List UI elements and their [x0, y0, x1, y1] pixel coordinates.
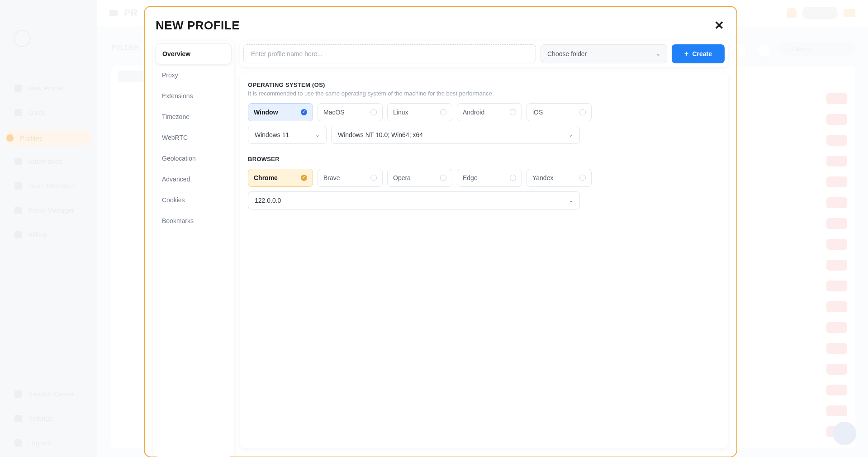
tab-geolocation[interactable]: Geolocation — [156, 148, 232, 168]
radio-icon — [440, 175, 446, 181]
os-option-android[interactable]: Android — [457, 103, 522, 121]
os-option-macos-label: MacOS — [323, 109, 345, 116]
tab-advanced[interactable]: Advanced — [156, 169, 232, 189]
browser-option-opera[interactable]: Opera — [387, 169, 452, 187]
browser-option-brave-label: Brave — [323, 174, 340, 181]
radio-icon — [579, 175, 586, 181]
radio-icon — [370, 109, 377, 115]
profile-name-input[interactable] — [243, 44, 536, 63]
tab-extensions[interactable]: Extensions — [156, 86, 232, 106]
modal-header: NEW PROFILE ✕ — [153, 15, 728, 41]
os-section-title: OPERATING SYSTEM (OS) — [248, 81, 720, 88]
browser-option-yandex[interactable]: Yandex — [526, 169, 592, 187]
os-option-row: Window MacOS Linux Android — [248, 103, 720, 121]
os-option-linux[interactable]: Linux — [387, 103, 452, 121]
tab-webrtc[interactable]: WebRTC — [156, 128, 232, 148]
os-option-linux-label: Linux — [393, 109, 408, 116]
browser-option-opera-label: Opera — [393, 174, 411, 181]
chevron-down-icon: ⌄ — [656, 51, 660, 57]
chevron-down-icon: ⌄ — [569, 197, 573, 204]
modal-title: NEW PROFILE — [156, 19, 240, 33]
os-option-macos[interactable]: MacOS — [318, 103, 383, 121]
radio-checked-icon — [301, 175, 307, 181]
radio-icon — [370, 175, 377, 181]
os-option-ios-label: iOS — [532, 109, 543, 116]
browser-section-title: BROWSER — [248, 156, 720, 162]
tab-timezone[interactable]: Timezone — [156, 107, 232, 127]
plus-icon: + — [684, 50, 688, 58]
browser-option-row: Chrome Brave Opera Edge — [248, 169, 720, 187]
folder-select-label: Choose folder — [547, 50, 587, 57]
browser-option-yandex-label: Yandex — [532, 174, 553, 181]
modal-body: Overview Proxy Extensions Timezone WebRT… — [153, 41, 728, 448]
create-button[interactable]: + Create — [672, 44, 725, 63]
new-profile-modal: NEW PROFILE ✕ Overview Proxy Extensions … — [144, 6, 737, 457]
profile-topbar: Choose folder ⌄ + Create — [240, 41, 728, 67]
chevron-down-icon: ⌄ — [569, 132, 573, 138]
browser-option-edge[interactable]: Edge — [457, 169, 522, 187]
browser-version-select[interactable]: 122.0.0.0 ⌄ — [248, 191, 580, 209]
browser-option-edge-label: Edge — [463, 174, 478, 181]
close-button[interactable]: ✕ — [713, 19, 726, 32]
create-button-label: Create — [692, 50, 712, 57]
close-icon: ✕ — [714, 19, 724, 33]
radio-checked-icon — [301, 109, 307, 115]
tab-cookies[interactable]: Cookies — [156, 190, 232, 210]
radio-icon — [510, 175, 516, 181]
modal-right-column: Choose folder ⌄ + Create OPERATING SYSTE… — [240, 41, 728, 448]
browser-option-brave[interactable]: Brave — [318, 169, 383, 187]
content-panel: OPERATING SYSTEM (OS) It is recommended … — [240, 72, 728, 448]
os-version-select[interactable]: Windows 11 ⌄ — [248, 126, 327, 144]
os-version-row: Windows 11 ⌄ Windows NT 10.0; Win64; x64… — [248, 126, 720, 144]
radio-icon — [579, 109, 586, 115]
tab-overview[interactable]: Overview — [156, 43, 232, 64]
os-option-ios[interactable]: iOS — [526, 103, 592, 121]
radio-icon — [510, 109, 516, 115]
browser-option-chrome[interactable]: Chrome — [248, 169, 313, 187]
os-section-subtitle: It is recommended to use the same operat… — [248, 90, 720, 97]
tab-bookmarks[interactable]: Bookmarks — [156, 211, 232, 231]
os-option-window-label: Window — [254, 109, 278, 116]
tabs-panel: Overview Proxy Extensions Timezone WebRT… — [153, 41, 234, 457]
tab-proxy[interactable]: Proxy — [156, 65, 232, 85]
browser-version-label: 122.0.0.0 — [255, 197, 281, 204]
os-ua-select[interactable]: Windows NT 10.0; Win64; x64 ⌄ — [331, 126, 580, 144]
radio-icon — [440, 109, 446, 115]
folder-select[interactable]: Choose folder ⌄ — [541, 44, 667, 63]
os-ua-label: Windows NT 10.0; Win64; x64 — [338, 131, 423, 138]
os-version-label: Windows 11 — [255, 131, 289, 138]
os-option-android-label: Android — [463, 109, 484, 116]
chevron-down-icon: ⌄ — [315, 132, 320, 138]
os-option-window[interactable]: Window — [248, 103, 313, 121]
browser-option-chrome-label: Chrome — [254, 174, 278, 181]
